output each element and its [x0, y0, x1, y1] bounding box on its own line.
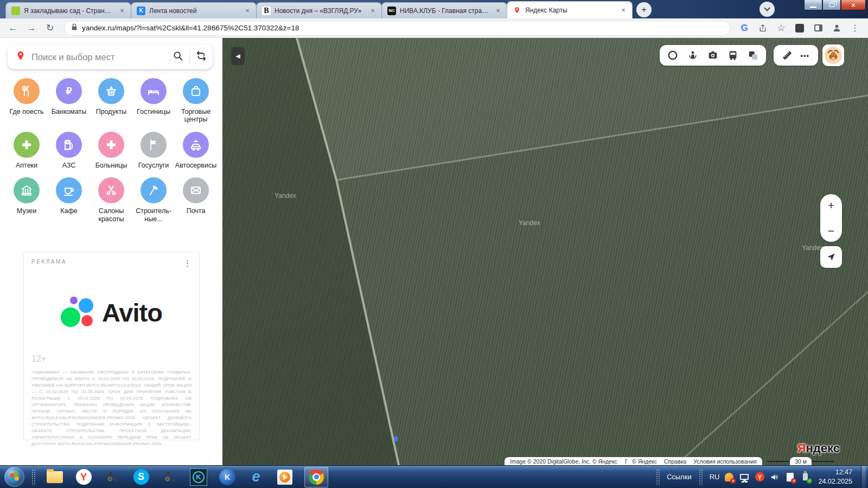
bookmark-star-icon[interactable]: ☆ — [774, 21, 789, 36]
reload-icon[interactable]: ↻ — [42, 21, 58, 36]
tray-volume-icon[interactable] — [769, 472, 780, 483]
zoom-out-button[interactable]: − — [828, 225, 834, 236]
language-indicator[interactable]: RU — [710, 473, 720, 481]
more-tools-icon[interactable]: ••• — [797, 47, 813, 63]
explorer-taskbar-icon[interactable] — [46, 468, 64, 486]
map-watermark: Yandex — [519, 219, 540, 227]
map-terrain — [222, 38, 868, 465]
coffee-cup-icon — [62, 184, 75, 197]
traffic-ring-icon[interactable] — [665, 47, 681, 63]
museum-icon — [20, 184, 33, 197]
kompas-blue-taskbar-icon[interactable]: K — [218, 468, 237, 486]
routes-icon[interactable] — [195, 50, 207, 64]
tray-usb-icon[interactable]: ✓ — [800, 472, 810, 483]
tab-niva-club[interactable]: NC НИВА.КЛУБ - Главная страница × — [381, 2, 507, 18]
tab-yandex-maps[interactable]: Яндекс Карты × — [507, 1, 633, 18]
category-beauty-salons[interactable]: Салоны красоты — [90, 177, 132, 223]
skype-taskbar-icon[interactable]: S — [132, 468, 150, 486]
tab-title: Я закладываю сад - Страница 2 — [24, 7, 114, 15]
extension-icon[interactable] — [792, 21, 807, 36]
category-pharmacies[interactable]: Аптеки — [5, 132, 48, 169]
map-pin-icon — [15, 49, 26, 65]
category-grid: Где поесть ₽ Банкоматы Продукты Гостиниц… — [0, 78, 222, 223]
category-hospitals[interactable]: Больницы — [90, 132, 132, 169]
tray-alert-icon[interactable]: × — [784, 472, 795, 483]
category-hotels[interactable]: Гостиницы — [132, 78, 175, 124]
map-scale: 30 м — [767, 457, 834, 465]
close-button[interactable]: × — [841, 0, 866, 10]
forward-icon[interactable]: → — [24, 21, 39, 36]
tab-vzglyad-news[interactable]: В Новости дня – «ВЗГЛЯД.РУ» × — [256, 2, 382, 18]
photos-camera-icon[interactable] — [705, 47, 721, 63]
links-toolbar-label[interactable]: Ссылки — [667, 473, 692, 481]
panorama-person-icon[interactable] — [685, 47, 701, 63]
tab-search-chevron-icon[interactable] — [760, 2, 775, 17]
garden-site-favicon — [11, 7, 20, 15]
ad-card[interactable]: РЕКЛАМА ⋮ Avito 12+ «ХВАТАМБА» — НАЗВАНИ… — [23, 252, 200, 440]
profile-icon[interactable] — [829, 21, 844, 36]
tray-disconnected-icon[interactable]: × — [724, 472, 735, 483]
internet-explorer-taskbar-icon[interactable]: e — [247, 468, 265, 486]
ad-menu-icon[interactable]: ⋮ — [183, 259, 192, 268]
category-museums[interactable]: Музеи — [5, 177, 48, 223]
media-player-taskbar-icon[interactable] — [276, 468, 294, 486]
browser-toolbar: ← → ↻ G ☆ ⋮ — [0, 18, 868, 38]
satellite-map[interactable]: Yandex Yandex Yandex ◀ — [222, 38, 868, 465]
terms-link[interactable]: Условия использования — [693, 458, 757, 465]
search-icon[interactable] — [172, 50, 184, 64]
share-icon[interactable] — [755, 21, 770, 36]
tab-close-icon[interactable]: × — [368, 7, 377, 15]
category-construction[interactable]: Строитель­ные... — [132, 177, 175, 223]
search-input[interactable] — [31, 52, 167, 62]
category-grocery[interactable]: Продукты — [90, 78, 132, 124]
taskbar-clock[interactable]: 12:47 24.02.2025 — [818, 468, 852, 486]
zoom-in-button[interactable]: + — [828, 200, 834, 211]
new-tab-button[interactable]: + — [636, 2, 652, 17]
browser-menu-icon[interactable]: ⋮ — [847, 21, 863, 36]
category-post[interactable]: Почта — [175, 177, 217, 223]
category-cafes[interactable]: Кафе — [48, 177, 90, 223]
show-desktop-button[interactable] — [861, 466, 866, 488]
start-button[interactable] — [4, 467, 24, 487]
tray-yandex-icon[interactable]: Y — [754, 472, 765, 483]
google-icon[interactable]: G — [737, 21, 752, 36]
tab-close-icon[interactable]: × — [243, 7, 252, 15]
user-avatar-button[interactable] — [822, 44, 844, 66]
tab-garden-site[interactable]: Я закладываю сад - Страница 2 × — [5, 2, 131, 18]
tab-title: Лента новостей — [149, 7, 239, 15]
tab-vk-feed[interactable]: K Лента новостей × — [131, 2, 257, 18]
restore-button[interactable] — [822, 0, 841, 10]
minimize-button[interactable] — [804, 0, 822, 10]
sidebar-collapse-icon[interactable]: ◀ — [231, 47, 245, 65]
category-malls[interactable]: Торговые центры — [175, 78, 217, 124]
help-link[interactable]: Справка — [664, 458, 686, 465]
chrome-taskbar-icon[interactable] — [304, 467, 328, 487]
layers-icon[interactable] — [745, 47, 761, 63]
ruler-icon[interactable] — [779, 47, 795, 63]
category-car-services[interactable]: Автосервисы — [175, 132, 217, 169]
tab-close-icon[interactable]: × — [619, 6, 628, 14]
address-bar[interactable] — [64, 21, 730, 36]
scale-label: 30 м — [790, 457, 812, 465]
browser-tabstrip: Я закладываю сад - Страница 2 × K Лента … — [0, 0, 868, 18]
key-app-taskbar-icon[interactable] — [103, 468, 122, 486]
key-app2-taskbar-icon[interactable] — [161, 468, 179, 486]
category-gas-stations[interactable]: АЗС — [48, 132, 90, 169]
ad-tag: РЕКЛАМА — [31, 259, 67, 265]
category-gov-services[interactable]: Госуслуги — [132, 132, 175, 169]
side-panel-icon[interactable] — [810, 21, 826, 36]
back-icon[interactable]: ← — [5, 21, 21, 36]
category-atms[interactable]: ₽ Банкоматы — [48, 78, 90, 124]
fuel-pump-icon — [62, 138, 75, 151]
lock-icon — [71, 23, 78, 33]
tab-close-icon[interactable]: × — [494, 7, 502, 15]
category-restaurants[interactable]: Где поесть — [5, 78, 48, 124]
transport-bus-icon[interactable] — [725, 47, 741, 63]
tray-network-icon[interactable] — [739, 472, 750, 483]
yandex-browser-taskbar-icon[interactable]: Y — [74, 468, 93, 486]
tab-close-icon[interactable]: × — [118, 7, 126, 15]
locate-me-button[interactable] — [820, 246, 842, 268]
url-input[interactable] — [82, 24, 723, 32]
search-box[interactable] — [8, 44, 213, 69]
kompas-dark-taskbar-icon[interactable]: K — [189, 468, 208, 486]
